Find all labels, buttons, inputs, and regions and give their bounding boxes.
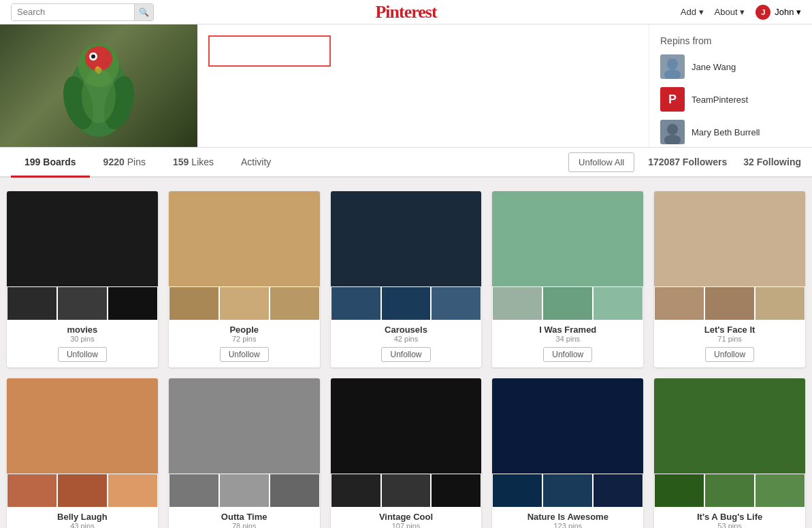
board-pins-7: 107 pins [336,522,476,528]
board-card-4: Let's Face It 71 pins Unfollow [654,191,805,367]
board-info-1: People 72 pins [169,320,320,344]
pinterest-logo[interactable]: Pinterest [375,2,436,22]
about-button[interactable]: About ▾ [715,7,745,17]
board-main-image-4[interactable] [654,191,805,286]
unfollow-button-0[interactable]: Unfollow [58,347,107,362]
unfollow-all-button[interactable]: Unfollow All [568,152,634,172]
boards-grid: movies 30 pins Unfollow People 72 pins U… [0,178,812,528]
add-button[interactable]: Add ▾ [681,7,704,17]
board-thumb-8-1 [542,474,593,508]
board-thumb-4-0 [654,286,704,320]
board-title-4: Let's Face It [660,325,800,335]
board-pins-2: 42 pins [336,335,476,343]
board-card-7: Vintage Cool 107 pins Unfollow [331,378,482,528]
board-main-image-7[interactable] [331,378,482,474]
board-thumb-6-0 [169,474,219,508]
profile-image-container [0,24,197,147]
user-menu-button[interactable]: J John ▾ [756,5,801,20]
board-main-image-8[interactable] [492,378,643,474]
board-thumb-6-2 [270,474,320,508]
board-info-6: Outta Time 78 pins [169,508,320,528]
board-card-9: It's A Bug's Life 53 pins Unfollow [654,378,805,528]
board-main-image-0[interactable] [7,191,158,286]
tab-likes[interactable]: 159 Likes [159,148,227,178]
tab-activity[interactable]: Activity [227,148,285,178]
board-thumb-3-0 [492,286,542,320]
board-thumb-3-2 [593,286,643,320]
board-thumb-5-1 [57,474,108,508]
tab-boards[interactable]: 199 Boards [11,148,90,178]
board-main-image-1[interactable] [169,191,320,286]
board-thumb-5-0 [7,474,57,508]
unfollow-button-1[interactable]: Unfollow [220,347,269,362]
board-thumbs-6 [169,474,320,508]
board-title-8: Nature Is Awesome [498,512,638,522]
board-card-8: Nature Is Awesome 123 pins Unfollow [492,378,643,528]
board-title-6: Outta Time [174,512,314,522]
repin-name-2: TeamPinterest [692,95,748,105]
tab-pins[interactable]: 9220 Pins [90,148,159,178]
board-pins-0: 30 pins [12,335,152,343]
board-title-9: It's A Bug's Life [660,512,800,522]
board-pins-8: 123 pins [498,522,638,528]
user-label: John ▾ [775,7,801,17]
repin-person-3[interactable]: Mary Beth Burrell [660,120,801,144]
board-thumb-0-1 [57,286,108,320]
unfollow-button-2[interactable]: Unfollow [381,347,430,362]
board-main-image-3[interactable] [492,191,643,286]
board-info-9: It's A Bug's Life 53 pins [654,508,805,528]
repin-person-1[interactable]: Jane Wang [660,54,801,79]
repin-avatar-3 [660,120,685,144]
board-main-image-5[interactable] [7,378,158,474]
repin-person-2[interactable]: P TeamPinterest [660,87,801,112]
username-input-area[interactable] [208,35,331,67]
board-pins-5: 43 pins [12,522,152,528]
unfollow-button-4[interactable]: Unfollow [705,347,754,362]
repin-avatar-2: P [660,87,685,112]
board-thumbs-5 [7,474,158,508]
board-info-3: I Was Framed 34 pins [492,320,643,344]
svg-point-9 [664,69,681,79]
board-thumbs-9 [654,474,805,508]
profile-section: Repins from Jane Wang P TeamPinterest Ma… [0,24,812,148]
board-title-3: I Was Framed [498,325,638,335]
profile-cover-image [0,24,197,147]
board-pins-4: 71 pins [660,335,800,343]
board-title-1: People [174,325,314,335]
board-main-image-2[interactable] [331,191,482,286]
followers-area: 172087 Followers 32 Following [648,156,801,167]
board-thumbs-7 [331,474,482,508]
parrot-illustration [44,28,153,144]
header: 🔍 Pinterest Add ▾ About ▾ J John ▾ [0,0,812,24]
board-thumb-7-0 [331,474,381,508]
board-pins-6: 78 pins [174,522,314,528]
svg-point-11 [664,135,681,144]
board-info-8: Nature Is Awesome 123 pins [492,508,643,528]
unfollow-button-3[interactable]: Unfollow [543,347,592,362]
board-thumb-4-2 [755,286,805,320]
board-title-5: Belly Laugh [12,512,152,522]
repin-name-3: Mary Beth Burrell [692,127,760,137]
svg-point-4 [91,54,95,59]
board-thumb-5-2 [108,474,158,508]
following-stat: 32 Following [743,156,801,167]
board-thumb-4-1 [704,286,755,320]
board-card-6: Outta Time 78 pins Unfollow [169,378,320,528]
board-main-image-9[interactable] [654,378,805,474]
board-thumb-7-1 [381,474,432,508]
search-button[interactable]: 🔍 [134,4,153,20]
board-thumbs-1 [169,286,320,320]
search-input[interactable] [12,4,134,20]
user-avatar: J [756,5,770,20]
board-thumb-2-0 [331,286,381,320]
board-unfollow-area-3: Unfollow [492,344,643,367]
board-thumb-1-1 [219,286,270,320]
board-card-5: Belly Laugh 43 pins Unfollow [7,378,158,528]
board-pins-1: 72 pins [174,335,314,343]
nav-tabs: 199 Boards 9220 Pins 159 Likes Activity … [0,148,812,178]
board-thumbs-8 [492,474,643,508]
board-card-0: movies 30 pins Unfollow [7,191,158,367]
board-main-image-6[interactable] [169,378,320,474]
board-thumbs-2 [331,286,482,320]
board-thumb-7-2 [431,474,481,508]
